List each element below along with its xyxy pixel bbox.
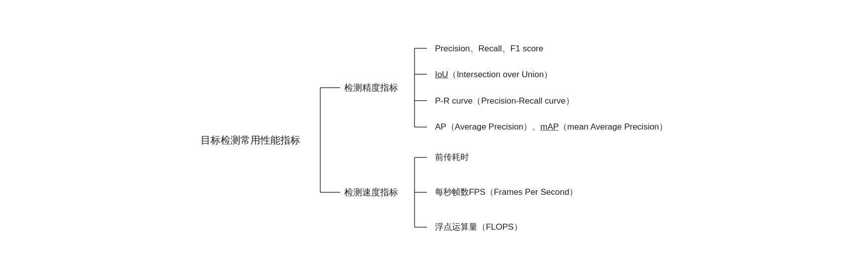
leaf-iou: IoU（Intersection over Union） <box>427 65 667 84</box>
map-text: mAP <box>540 122 559 132</box>
accuracy-leaves: Precision、Recall、F1 score IoU（Intersecti… <box>427 35 667 140</box>
accuracy-label: 检测精度指标 <box>340 82 402 94</box>
mid-item-accuracy: 检测精度指标 Precision、Recall、F1 score IoU（Int… <box>340 35 667 140</box>
leaf-precision-recall-f1: Precision、Recall、F1 score <box>427 39 667 58</box>
speed-label: 检测速度指标 <box>340 186 402 198</box>
root-label: 目标检测常用性能指标 <box>201 134 300 147</box>
mid-level: 检测精度指标 Precision、Recall、F1 score IoU（Int… <box>340 35 667 245</box>
leaf-fps: 每秒帧数FPS（Frames Per Second） <box>427 183 578 202</box>
mid-item-speed: 检测速度指标 前传耗时 每秒帧数FPS（Frames Per Second） 浮… <box>340 140 667 245</box>
accuracy-bracket <box>402 35 427 140</box>
leaf-flops: 浮点运算量（FLOPS） <box>427 218 578 237</box>
leaf-pr-curve: P-R curve（Precision-Recall curve） <box>427 92 667 111</box>
speed-leaves: 前传耗时 每秒帧数FPS（Frames Per Second） 浮点运算量（FL… <box>427 140 578 245</box>
iou-text: IoU <box>435 70 448 79</box>
root-bracket <box>300 35 340 245</box>
diagram: 目标检测常用性能指标 检测精度指标 <box>201 35 667 245</box>
leaf-forward-time: 前传耗时 <box>427 148 578 167</box>
speed-bracket <box>402 140 427 245</box>
leaf-ap-map: AP（Average Precision）、mAP（mean Average P… <box>427 118 667 137</box>
